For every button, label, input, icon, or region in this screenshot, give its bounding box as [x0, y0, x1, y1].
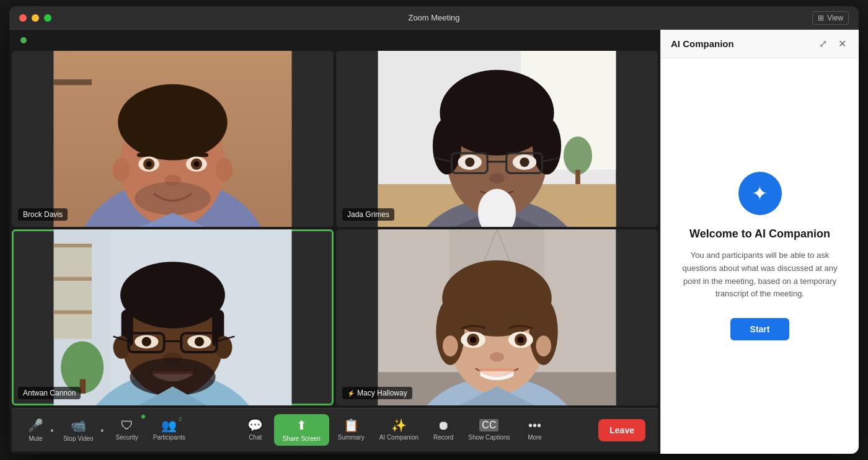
video-caret[interactable]: ▲	[97, 427, 107, 433]
toolbar-center: 💬 Chat ⬆ Share Screen 📋 Summary	[239, 414, 551, 446]
svg-point-6	[118, 84, 228, 161]
main-content: Brock Davis	[9, 30, 859, 454]
security-label: Security	[116, 434, 138, 441]
ai-welcome-desc: You and participants will be able to ask…	[680, 249, 840, 301]
video-cell-antwan: Antwan Cannon	[12, 229, 334, 405]
ai-panel-close-button[interactable]: ✕	[836, 37, 849, 51]
toolbar-right: Leave	[598, 419, 645, 441]
name-tag-macy: ⚡ Macy Halloway	[342, 387, 412, 399]
security-status-dot	[141, 414, 146, 419]
video-cell-macy: ⚡ Macy Halloway	[336, 229, 658, 405]
stop-video-label: Stop Video	[63, 435, 94, 442]
video-group: 📹 Stop Video ▲	[60, 414, 107, 446]
toolbar-left: 🎤 Mute ▲ 📹 Stop Video ▲	[24, 414, 192, 446]
svg-rect-44	[54, 244, 92, 247]
svg-point-40	[489, 173, 505, 184]
leave-button[interactable]: Leave	[598, 419, 645, 441]
svg-point-13	[146, 161, 152, 167]
close-button[interactable]	[19, 14, 27, 22]
video-cell-brock: Brock Davis	[12, 51, 334, 227]
svg-point-66	[195, 337, 204, 346]
portrait-antwan	[12, 229, 334, 405]
participants-count: 2	[179, 417, 182, 422]
ai-panel-header: AI Companion ⤢ ✕	[661, 30, 859, 58]
traffic-lights	[19, 14, 51, 22]
portrait-jada	[336, 51, 658, 227]
summary-icon: 📋	[343, 419, 359, 431]
ai-panel-title: AI Companion	[671, 38, 734, 49]
svg-point-82	[443, 335, 458, 356]
share-screen-label: Share Screen	[283, 435, 321, 442]
svg-rect-2	[54, 79, 92, 85]
captions-button[interactable]: CC Show Captions	[462, 415, 516, 445]
video-content-brock	[12, 51, 334, 227]
window-title: Zoom Meeting	[408, 13, 459, 22]
share-screen-button[interactable]: ⬆ Share Screen	[274, 414, 329, 446]
mute-group: 🎤 Mute ▲	[24, 414, 57, 446]
connection-indicator	[20, 37, 27, 43]
security-button[interactable]: 🛡 Security	[110, 415, 144, 445]
participants-button[interactable]: 👥2 Participants	[147, 415, 192, 445]
portrait-macy	[336, 229, 658, 405]
name-tag-jada: Jada Grimes	[342, 208, 394, 221]
svg-rect-43	[54, 244, 92, 339]
record-button[interactable]: ⏺ Record	[427, 415, 459, 445]
ai-start-button[interactable]: Start	[730, 318, 790, 340]
captions-label: Show Captions	[468, 434, 510, 441]
more-button[interactable]: ••• More	[519, 415, 551, 445]
svg-point-39	[520, 157, 529, 167]
app-window: Zoom Meeting ⊞ View	[9, 6, 859, 454]
ai-panel-actions: ⤢ ✕	[817, 37, 849, 51]
mic-icon: 🎤	[28, 418, 43, 433]
ai-welcome-title: Welcome to AI Companion	[689, 228, 830, 241]
maximize-button[interactable]	[44, 14, 51, 22]
video-content-jada	[336, 51, 658, 227]
video-grid: Brock Davis	[12, 51, 658, 405]
ai-panel-expand-button[interactable]: ⤢	[817, 37, 830, 51]
video-content-antwan	[12, 229, 334, 405]
portrait-brock	[12, 51, 334, 227]
mute-button[interactable]: 🎤 Mute	[24, 414, 47, 446]
participants-label: Participants	[153, 434, 185, 441]
svg-point-90	[490, 352, 504, 361]
ai-panel-body: ✦ Welcome to AI Companion You and partic…	[661, 58, 859, 454]
svg-point-7	[113, 158, 130, 182]
svg-rect-23	[575, 170, 580, 184]
toolbar: 🎤 Mute ▲ 📹 Stop Video ▲	[12, 408, 658, 451]
name-tag-antwan: Antwan Cannon	[18, 387, 81, 399]
svg-rect-46	[54, 310, 92, 314]
ai-sparkle-icon: ✦	[751, 182, 768, 205]
svg-point-80	[461, 272, 495, 301]
view-button[interactable]: ⊞ View	[812, 11, 849, 25]
brock-name: Brock Davis	[23, 210, 63, 219]
svg-rect-45	[54, 277, 92, 281]
more-icon: •••	[528, 419, 541, 431]
stop-video-button[interactable]: 📹 Stop Video	[60, 414, 97, 446]
svg-point-64	[142, 337, 151, 346]
record-label: Record	[433, 434, 453, 441]
summary-button[interactable]: 📋 Summary	[332, 415, 371, 445]
captions-icon: CC	[479, 419, 498, 431]
video-area: Brock Davis	[9, 30, 660, 454]
macy-name: Macy Halloway	[357, 389, 407, 397]
name-tag-brock: Brock Davis	[18, 208, 68, 221]
mute-caret[interactable]: ▲	[47, 427, 57, 433]
ai-companion-button[interactable]: ✨ AI Companion	[373, 415, 425, 445]
chat-icon: 💬	[247, 419, 263, 431]
antwan-name: Antwan Cannon	[23, 389, 76, 397]
video-content-macy	[336, 229, 658, 405]
svg-point-53	[120, 262, 225, 328]
participants-icon: 👥2	[161, 419, 177, 431]
close-icon: ✕	[838, 38, 846, 49]
svg-point-83	[536, 335, 551, 356]
minimize-button[interactable]	[32, 14, 39, 22]
svg-point-30	[533, 117, 561, 174]
svg-point-81	[499, 272, 533, 300]
title-bar: Zoom Meeting ⊞ View	[9, 6, 859, 30]
svg-point-37	[465, 157, 474, 167]
share-screen-icon: ⬆	[296, 418, 307, 433]
svg-point-86	[470, 337, 477, 343]
ai-icon: ✨	[391, 419, 407, 431]
svg-point-8	[216, 158, 233, 182]
chat-button[interactable]: 💬 Chat	[239, 415, 272, 445]
